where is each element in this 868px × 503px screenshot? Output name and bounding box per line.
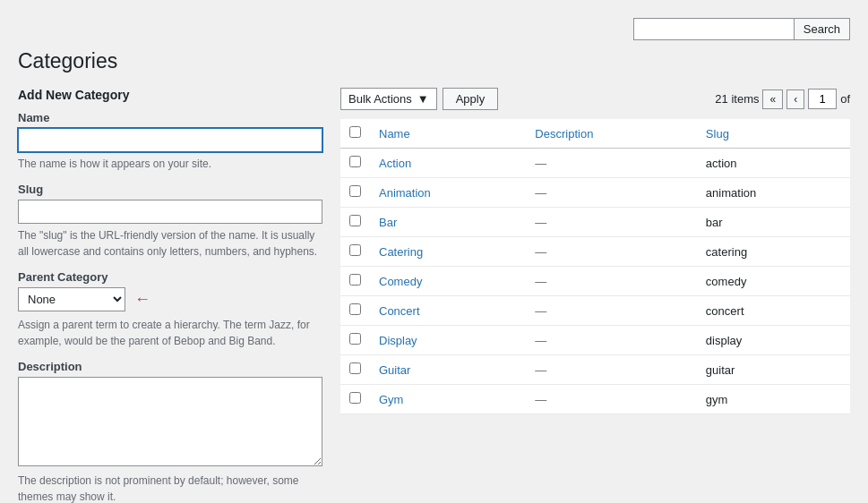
description-hint: The description is not prominent by defa… bbox=[18, 473, 322, 503]
category-name-link[interactable]: Guitar bbox=[379, 363, 410, 377]
row-name-cell: Catering bbox=[370, 237, 526, 267]
description-textarea[interactable] bbox=[18, 377, 322, 466]
row-name-cell: Concert bbox=[370, 296, 526, 326]
row-slug-cell: animation bbox=[697, 178, 850, 208]
parent-label: Parent Category bbox=[18, 270, 322, 284]
name-group: Name The name is how it appears on your … bbox=[18, 111, 322, 172]
col-header-slug: Slug bbox=[697, 119, 850, 149]
category-name-link[interactable]: Display bbox=[379, 334, 417, 347]
table-row: Catering — catering bbox=[340, 237, 850, 267]
bulk-actions-chevron-icon: ▼ bbox=[417, 92, 429, 106]
table-row: Concert — concert bbox=[340, 296, 850, 326]
add-new-category-title: Add New Category bbox=[18, 88, 322, 102]
row-slug-cell: catering bbox=[697, 237, 850, 267]
row-checkbox-cell bbox=[340, 296, 370, 326]
col-header-description: Description bbox=[526, 119, 697, 149]
row-checkbox-cell bbox=[340, 385, 370, 414]
bulk-actions-select[interactable]: Bulk Actions ▼ bbox=[340, 88, 437, 110]
row-checkbox-cell bbox=[340, 178, 370, 208]
right-panel: Bulk Actions ▼ Apply 21 items « ‹ 1 of bbox=[340, 88, 850, 503]
slug-col-link[interactable]: Slug bbox=[706, 127, 729, 141]
row-checkbox[interactable] bbox=[349, 274, 361, 286]
row-checkbox-cell bbox=[340, 149, 370, 178]
name-col-link[interactable]: Name bbox=[379, 127, 410, 141]
table-row: Gym — gym bbox=[340, 385, 850, 414]
arrow-indicator: ← bbox=[134, 290, 150, 309]
description-col-link[interactable]: Description bbox=[535, 127, 593, 141]
description-label: Description bbox=[18, 360, 322, 373]
table-row: Display — display bbox=[340, 326, 850, 355]
page-number-input[interactable]: 1 bbox=[808, 89, 837, 109]
row-checkbox-cell bbox=[340, 208, 370, 237]
row-checkbox[interactable] bbox=[349, 215, 361, 226]
parent-row: None ← bbox=[18, 287, 322, 311]
category-name-link[interactable]: Action bbox=[379, 157, 411, 170]
left-panel: Add New Category Name The name is how it… bbox=[18, 88, 322, 503]
bulk-actions-label: Bulk Actions bbox=[348, 92, 412, 106]
select-all-checkbox[interactable] bbox=[349, 126, 361, 138]
description-group: Description The description is not promi… bbox=[18, 360, 322, 503]
row-name-cell: Action bbox=[370, 149, 526, 178]
row-name-cell: Bar bbox=[370, 208, 526, 237]
row-checkbox[interactable] bbox=[349, 156, 361, 167]
parent-select[interactable]: None bbox=[18, 287, 125, 311]
slug-label: Slug bbox=[18, 183, 322, 196]
row-checkbox-cell bbox=[340, 355, 370, 385]
row-description-cell: — bbox=[526, 208, 697, 237]
table-row: Guitar — guitar bbox=[340, 355, 850, 385]
row-slug-cell: bar bbox=[697, 208, 850, 237]
row-checkbox[interactable] bbox=[349, 362, 361, 374]
row-description-cell: — bbox=[526, 355, 697, 385]
row-slug-cell: display bbox=[697, 326, 850, 355]
row-description-cell: — bbox=[526, 267, 697, 296]
table-toolbar: Bulk Actions ▼ Apply 21 items « ‹ 1 of bbox=[340, 88, 850, 110]
categories-table: Name Description Slug Action bbox=[340, 119, 850, 414]
first-page-button[interactable]: « bbox=[762, 90, 783, 109]
category-name-link[interactable]: Concert bbox=[379, 304, 420, 318]
slug-group: Slug The "slug" is the URL-friendly vers… bbox=[18, 183, 322, 260]
row-description-cell: — bbox=[526, 385, 697, 414]
page-of-label: of bbox=[840, 92, 850, 106]
table-row: Bar — bar bbox=[340, 208, 850, 237]
row-name-cell: Guitar bbox=[370, 355, 526, 385]
row-checkbox-cell bbox=[340, 326, 370, 355]
col-header-name: Name bbox=[370, 119, 526, 149]
page-wrap: Search Categories Add New Category Name … bbox=[0, 0, 868, 503]
items-count: 21 items bbox=[715, 92, 759, 106]
search-input[interactable] bbox=[633, 18, 795, 40]
row-checkbox-cell bbox=[340, 237, 370, 267]
row-checkbox[interactable] bbox=[349, 303, 361, 315]
pagination-area: 21 items « ‹ 1 of bbox=[715, 89, 850, 109]
select-all-header bbox=[340, 119, 370, 149]
page-title: Categories bbox=[18, 49, 850, 73]
category-name-link[interactable]: Comedy bbox=[379, 275, 422, 288]
row-checkbox[interactable] bbox=[349, 333, 361, 345]
row-checkbox[interactable] bbox=[349, 244, 361, 256]
row-slug-cell: concert bbox=[697, 296, 850, 326]
row-slug-cell: comedy bbox=[697, 267, 850, 296]
row-checkbox-cell bbox=[340, 267, 370, 296]
table-row: Comedy — comedy bbox=[340, 267, 850, 296]
category-name-link[interactable]: Animation bbox=[379, 186, 431, 200]
row-description-cell: — bbox=[526, 326, 697, 355]
row-checkbox[interactable] bbox=[349, 185, 361, 197]
row-slug-cell: guitar bbox=[697, 355, 850, 385]
row-name-cell: Display bbox=[370, 326, 526, 355]
category-name-link[interactable]: Gym bbox=[379, 393, 403, 406]
apply-button[interactable]: Apply bbox=[443, 88, 499, 110]
table-row: Action — action bbox=[340, 149, 850, 178]
search-area: Search bbox=[18, 18, 850, 40]
row-description-cell: — bbox=[526, 237, 697, 267]
slug-hint: The "slug" is the URL-friendly version o… bbox=[18, 227, 322, 260]
row-name-cell: Animation bbox=[370, 178, 526, 208]
prev-page-button[interactable]: ‹ bbox=[786, 90, 804, 109]
search-button[interactable]: Search bbox=[795, 18, 850, 40]
table-row: Animation — animation bbox=[340, 178, 850, 208]
row-description-cell: — bbox=[526, 178, 697, 208]
row-slug-cell: action bbox=[697, 149, 850, 178]
slug-input[interactable] bbox=[18, 200, 322, 224]
name-input[interactable] bbox=[18, 128, 322, 152]
category-name-link[interactable]: Bar bbox=[379, 216, 397, 229]
category-name-link[interactable]: Catering bbox=[379, 245, 423, 259]
row-checkbox[interactable] bbox=[349, 392, 361, 404]
